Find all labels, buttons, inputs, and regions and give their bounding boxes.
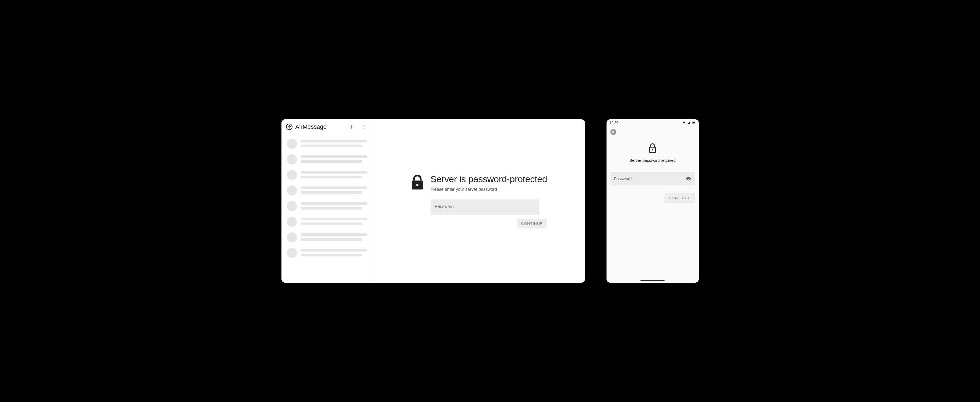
skeleton-line: [301, 140, 367, 142]
text-skeleton: [301, 201, 367, 210]
conversation-list: [282, 134, 373, 283]
avatar-skeleton: [287, 170, 297, 180]
svg-point-9: [652, 149, 653, 150]
new-conversation-button[interactable]: [347, 122, 356, 132]
sidebar: AirMessage: [282, 119, 373, 283]
avatar-skeleton: [287, 248, 297, 258]
mobile-body: Server password required CONTINUE: [606, 126, 699, 283]
text-skeleton: [301, 248, 367, 256]
sidebar-header: AirMessage: [282, 119, 373, 134]
app-logo-icon: [286, 123, 293, 130]
conversation-skeleton-row: [285, 167, 369, 183]
skeleton-line: [301, 192, 362, 194]
wifi-icon: [682, 121, 686, 124]
status-time: 12:30: [610, 121, 619, 125]
mobile-password-title: Server password required: [629, 158, 676, 163]
main-pane: Server is password-protected Please ente…: [373, 119, 585, 283]
conversation-skeleton-row: [285, 136, 369, 152]
status-bar: 12:30: [606, 119, 699, 126]
avatar-skeleton: [287, 139, 297, 149]
password-input[interactable]: [431, 199, 539, 214]
status-indicators: [682, 121, 695, 124]
cellular-icon: [687, 121, 691, 124]
skeleton-line: [301, 249, 367, 252]
skeleton-line: [301, 254, 362, 256]
text-skeleton: [301, 217, 367, 225]
lock-icon: [410, 175, 424, 190]
svg-point-1: [364, 125, 364, 126]
text-skeleton: [301, 154, 367, 163]
text-skeleton: [301, 185, 367, 194]
conversation-skeleton-row: [285, 229, 369, 245]
avatar-skeleton: [287, 217, 297, 227]
skeleton-line: [301, 144, 362, 147]
password-prompt-subtitle: Please enter your server password: [431, 187, 547, 192]
password-prompt-title: Server is password-protected: [431, 174, 547, 184]
skeleton-line: [301, 187, 367, 189]
skeleton-line: [301, 223, 362, 225]
continue-button[interactable]: CONTINUE: [517, 219, 547, 228]
text-skeleton: [301, 170, 367, 179]
close-button[interactable]: [610, 129, 616, 135]
text-skeleton: [301, 139, 367, 147]
conversation-skeleton-row: [285, 198, 369, 214]
skeleton-line: [301, 160, 362, 163]
desktop-window: AirMessage S: [282, 119, 585, 283]
skeleton-line: [301, 176, 362, 179]
password-prompt: Server is password-protected Please ente…: [410, 174, 547, 228]
skeleton-line: [301, 218, 367, 220]
avatar-skeleton: [287, 201, 297, 211]
more-menu-button[interactable]: [359, 122, 369, 132]
skeleton-line: [301, 171, 367, 174]
conversation-skeleton-row: [285, 152, 369, 167]
battery-icon: [692, 121, 695, 124]
svg-point-10: [688, 178, 689, 179]
password-input[interactable]: [610, 172, 695, 185]
lock-icon: [648, 143, 657, 154]
skeleton-line: [301, 238, 362, 241]
avatar-skeleton: [287, 154, 297, 165]
conversation-skeleton-row: [285, 183, 369, 198]
home-indicator[interactable]: [640, 280, 665, 281]
avatar-skeleton: [287, 232, 297, 242]
conversation-skeleton-row: [285, 245, 369, 261]
svg-point-2: [364, 127, 364, 127]
svg-point-5: [416, 184, 418, 186]
skeleton-line: [301, 233, 367, 236]
svg-point-3: [364, 128, 364, 129]
avatar-skeleton: [287, 185, 297, 196]
conversation-skeleton-row: [285, 214, 369, 229]
skeleton-line: [301, 207, 362, 210]
skeleton-line: [301, 202, 367, 205]
skeleton-line: [301, 155, 367, 158]
mobile-window: 12:30 Server password required: [606, 119, 699, 283]
text-skeleton: [301, 232, 367, 241]
continue-button[interactable]: CONTINUE: [664, 193, 695, 203]
svg-rect-6: [692, 122, 695, 123]
toggle-password-visibility-button[interactable]: [684, 174, 694, 184]
app-title: AirMessage: [296, 123, 344, 130]
